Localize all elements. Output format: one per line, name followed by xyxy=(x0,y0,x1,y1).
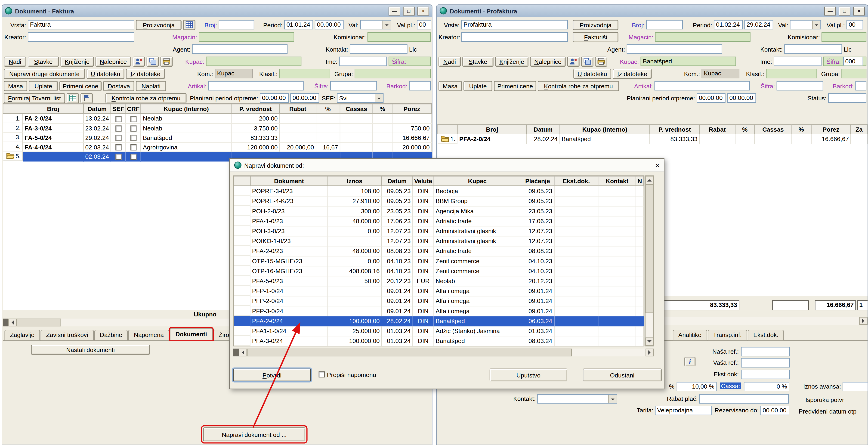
masa-button[interactable]: Masa xyxy=(438,81,462,91)
kom-field[interactable]: Kupac xyxy=(215,69,253,78)
table-row[interactable]: POH-3-0/230,0012.07.23DINAdministrativni… xyxy=(234,226,644,236)
kontrola-robe-button[interactable]: Kontrola robe za otpremu xyxy=(105,93,186,103)
column-header[interactable]: % xyxy=(316,104,340,114)
column-header[interactable]: SEF xyxy=(111,104,126,114)
tab-zavisni-troskovi[interactable]: Zavisni troškovi xyxy=(40,330,94,341)
odustani-button[interactable]: Odustani xyxy=(583,369,662,381)
column-header[interactable]: % xyxy=(735,125,755,134)
close-button[interactable]: × xyxy=(853,6,865,15)
checkbox[interactable] xyxy=(115,144,121,150)
masa-button[interactable]: Masa xyxy=(4,81,27,91)
column-header[interactable]: Datum xyxy=(382,176,413,186)
kom-field[interactable]: Kupac xyxy=(702,69,739,78)
tab-zaglavlje[interactable]: Zaglavlje xyxy=(4,330,40,341)
tab-transp-inf[interactable]: Transp.inf. xyxy=(708,330,747,341)
close-button[interactable]: × xyxy=(417,6,429,15)
sef-combo[interactable]: Svi xyxy=(337,93,384,103)
column-header[interactable]: N xyxy=(636,176,644,186)
naplati-button[interactable]: Naplati xyxy=(136,81,166,91)
column-header[interactable]: Dokument xyxy=(250,176,328,186)
table-row[interactable]: 4.FA-4-0/2402.03.24Agrotrgovina120.000,0… xyxy=(3,142,432,152)
checkbox[interactable] xyxy=(130,125,136,131)
maximize-button[interactable]: □ xyxy=(839,6,850,15)
tarifa-input[interactable]: Veleprodajna xyxy=(655,406,712,415)
kontakt-input[interactable] xyxy=(350,44,407,54)
sifra-input[interactable]: 000 xyxy=(843,57,863,66)
klasif-input[interactable] xyxy=(766,69,817,78)
print-icon-button[interactable] xyxy=(595,57,607,66)
valpl-input[interactable]: 00 xyxy=(846,20,863,29)
cards-icon-button[interactable] xyxy=(147,57,159,66)
tab-analitike[interactable]: Analitike xyxy=(673,330,707,341)
profaktura-titlebar[interactable]: Dokumenti - Profaktura — □ × xyxy=(437,5,868,17)
u-datoteku-button[interactable]: U datoteku xyxy=(87,68,124,78)
iz-datoteke-button[interactable]: Iz datoteke xyxy=(126,68,165,78)
minimize-button[interactable]: — xyxy=(389,6,400,15)
table-row[interactable]: 2.FA-3-0/2423.02.24Neolab3.750,00750,00 xyxy=(3,123,432,133)
maximize-button[interactable]: □ xyxy=(403,6,414,15)
magacin-input[interactable] xyxy=(199,32,294,42)
column-header[interactable] xyxy=(234,176,250,186)
scrollbar-gripper[interactable] xyxy=(3,319,8,326)
rabat-percent-input[interactable]: 10,00 % xyxy=(677,382,717,391)
column-header[interactable]: P. vrednost xyxy=(231,104,280,114)
table-row[interactable]: PFP-1-0/2409.01.24DINAlfa i omega09.01.2… xyxy=(234,286,644,296)
chevron-down-icon[interactable] xyxy=(382,21,391,29)
vertical-scrollbar[interactable] xyxy=(645,175,654,346)
plan-to-input[interactable]: 00.00.00 xyxy=(290,93,319,103)
scrollbar-track[interactable] xyxy=(572,349,646,356)
nastali-dokumenti-button[interactable]: Nastali dokumenti xyxy=(31,345,150,355)
uplate-button[interactable]: Uplate xyxy=(29,81,58,91)
column-header[interactable]: Plaćanje xyxy=(521,176,554,186)
table-row[interactable]: POPRE-4-K/2327.910,0009.05.23DINBBM Grou… xyxy=(234,196,644,206)
table-row[interactable]: PFA1-1-0/2425.000,0001.03.24DINAdžić (St… xyxy=(234,326,644,336)
chevron-down-icon[interactable] xyxy=(608,394,617,403)
column-header[interactable]: Kontakt xyxy=(598,176,636,186)
column-header[interactable]: Cassas xyxy=(755,125,792,134)
primeni-cene-button[interactable]: Primeni cene xyxy=(59,81,101,91)
close-icon[interactable]: × xyxy=(655,161,659,169)
chevron-down-icon[interactable] xyxy=(812,21,820,29)
nasa-ref-input[interactable] xyxy=(741,347,790,356)
vrsta-input[interactable]: Faktura xyxy=(28,20,134,29)
primeni-cene-button[interactable]: Primeni cene xyxy=(494,81,536,91)
knjizenje-button[interactable]: Knjiženje xyxy=(61,57,94,66)
period-to-input[interactable]: 29.02.24 xyxy=(744,20,773,29)
stavke-button[interactable]: Stavke xyxy=(462,57,493,66)
column-header[interactable]: Valuta xyxy=(413,176,434,186)
vrsta-input[interactable]: Profaktura xyxy=(461,20,568,29)
scroll-right-button[interactable] xyxy=(646,349,654,356)
proizvodnja-button[interactable]: Proizvodnja xyxy=(573,20,618,30)
kupac-input[interactable]: Banatšped xyxy=(641,57,736,66)
scroll-left-button[interactable] xyxy=(8,319,17,326)
tab-napomena[interactable]: Napomena xyxy=(128,330,169,341)
sifra2-input[interactable] xyxy=(777,81,824,90)
scrollbar-gripper[interactable] xyxy=(233,349,239,356)
scrollbar-thumb[interactable] xyxy=(247,349,572,356)
nadji-button[interactable]: Nađi xyxy=(438,57,461,66)
scroll-right-button[interactable] xyxy=(859,317,868,325)
ime-input[interactable] xyxy=(339,57,387,66)
column-header[interactable]: Porez xyxy=(392,104,432,114)
cards-icon-button[interactable] xyxy=(581,57,593,66)
chevron-down-icon[interactable] xyxy=(375,94,383,102)
horizontal-scrollbar[interactable] xyxy=(233,349,654,356)
status-input[interactable] xyxy=(828,93,867,103)
period-from-input[interactable]: 01.02.24 xyxy=(714,20,743,29)
checkbox[interactable] xyxy=(130,154,136,160)
potvrdi-button[interactable]: Potvrdi xyxy=(233,369,311,381)
column-header[interactable]: Broj xyxy=(458,125,527,134)
column-header[interactable] xyxy=(438,125,458,134)
formiraj-tovarni-list-button[interactable]: Formiraj Tovarni list xyxy=(4,93,65,103)
proizvodnja-button[interactable]: Proizvodnja xyxy=(136,20,182,30)
column-header[interactable]: Kupac (Interno) xyxy=(560,125,650,134)
column-header[interactable] xyxy=(3,104,23,114)
plan-to-input[interactable]: 00.00.00 xyxy=(727,93,756,103)
prepisi-napomenu-checkbox[interactable] xyxy=(319,372,325,378)
tab-dokumenti[interactable]: Dokumenti xyxy=(170,328,212,340)
artikal-input[interactable] xyxy=(208,81,304,90)
checkbox[interactable] xyxy=(115,116,121,122)
print-icon-button[interactable] xyxy=(160,57,173,66)
nalepnice-button[interactable]: Nalepnice xyxy=(95,57,131,66)
uputstvo-button[interactable]: Uputstvo xyxy=(490,369,567,381)
